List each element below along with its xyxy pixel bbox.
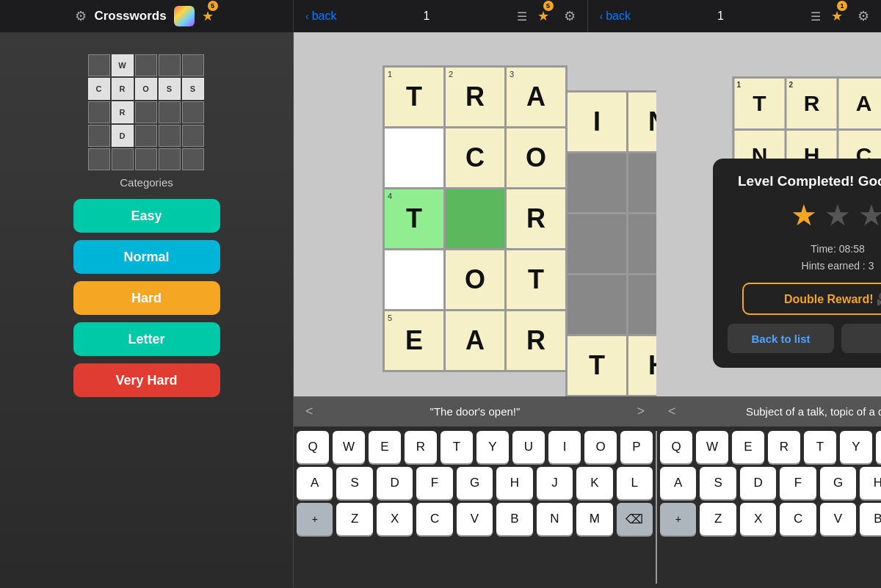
cw-cell[interactable]: R	[507, 189, 565, 248]
key-q[interactable]: Q	[297, 431, 329, 463]
cw-cell[interactable]: 1T	[385, 68, 443, 126]
chevron-left-icon-2: ‹	[600, 10, 603, 22]
key-r-t[interactable]: T	[804, 431, 836, 463]
key-z[interactable]: Z	[336, 503, 372, 535]
cw-cell[interactable]: O	[446, 250, 504, 309]
key-c[interactable]: C	[416, 503, 452, 535]
key-g[interactable]: G	[457, 467, 493, 499]
key-o[interactable]: O	[584, 431, 617, 463]
key-l[interactable]: L	[617, 467, 653, 499]
right-icons: ☰ ★1 ⚙	[811, 8, 869, 24]
star-2: ★	[824, 198, 851, 232]
star-icon[interactable]: ★5	[202, 8, 218, 24]
back-to-list-button[interactable]: Back to list	[728, 324, 834, 353]
right-keyboard: Q W E R T Y U I O P A S D F G H	[657, 427, 881, 588]
key-i[interactable]: I	[548, 431, 581, 463]
mini-cell[interactable]: 2R	[787, 79, 837, 128]
mid-back-button[interactable]: ‹ back	[305, 10, 336, 23]
cw-cell[interactable]: C	[446, 128, 504, 187]
mid-star-icon[interactable]: ★5	[537, 8, 554, 24]
prev-clue-button[interactable]: <	[305, 404, 313, 419]
cw-cell[interactable]	[446, 189, 504, 248]
cw-cell[interactable]: T	[507, 250, 565, 309]
key-r-g[interactable]: G	[820, 467, 856, 499]
key-r-r[interactable]: R	[768, 431, 800, 463]
key-delete[interactable]: ⌫	[617, 503, 653, 535]
cw-cell[interactable]: I	[568, 92, 626, 151]
key-d[interactable]: D	[377, 467, 413, 499]
key-r-v[interactable]: V	[820, 503, 856, 535]
key-u[interactable]: U	[512, 431, 545, 463]
key-h[interactable]: H	[496, 467, 532, 499]
key-r-plus[interactable]: +	[660, 503, 696, 535]
key-e[interactable]: E	[369, 431, 401, 463]
logo-cell	[182, 101, 204, 123]
cw-cell[interactable]: T	[568, 336, 626, 395]
right-star-icon[interactable]: ★1	[831, 8, 847, 24]
key-j[interactable]: J	[537, 467, 573, 499]
key-r-d[interactable]: D	[740, 467, 776, 499]
normal-button[interactable]: Normal	[73, 240, 220, 274]
logo-cell	[88, 148, 110, 170]
key-v[interactable]: V	[457, 503, 493, 535]
easy-button[interactable]: Easy	[73, 199, 220, 233]
key-r-x[interactable]: X	[740, 503, 776, 535]
key-r-e[interactable]: E	[732, 431, 764, 463]
cw-cell[interactable]: O	[507, 128, 565, 187]
key-r-a[interactable]: A	[660, 467, 696, 499]
right-clue-bar: < Subject of a talk, topic of a discussi…	[656, 396, 881, 427]
key-r-y[interactable]: Y	[840, 431, 872, 463]
cw-cell[interactable]: 3A	[507, 68, 565, 126]
key-n[interactable]: N	[537, 503, 573, 535]
key-x[interactable]: X	[377, 503, 413, 535]
key-s[interactable]: S	[336, 467, 372, 499]
key-w[interactable]: W	[333, 431, 365, 463]
key-f[interactable]: F	[416, 467, 452, 499]
key-t[interactable]: T	[440, 431, 473, 463]
mini-cell[interactable]: 1T	[735, 79, 785, 128]
right-back-button[interactable]: ‹ back	[600, 10, 631, 23]
cw-cell[interactable]	[385, 128, 443, 187]
cw-cell[interactable]	[385, 250, 443, 309]
next-button[interactable]: Next	[841, 324, 881, 353]
key-plus[interactable]: +	[297, 503, 333, 535]
next-clue-button[interactable]: >	[637, 404, 645, 419]
right-prev-clue[interactable]: <	[668, 404, 676, 419]
key-y[interactable]: Y	[476, 431, 509, 463]
cw-cell[interactable]: 5E	[385, 311, 443, 370]
key-r-b[interactable]: B	[860, 503, 881, 535]
right-gear-icon[interactable]: ⚙	[858, 8, 869, 24]
key-r-h[interactable]: H	[860, 467, 881, 499]
cw-cell[interactable]: R	[507, 311, 565, 370]
logo-cell: S	[182, 78, 204, 100]
mid-gear-icon[interactable]: ⚙	[564, 8, 576, 24]
key-p[interactable]: P	[620, 431, 653, 463]
hard-button[interactable]: Hard	[73, 281, 220, 315]
double-reward-button[interactable]: Double Reward! 🎥	[742, 283, 881, 315]
key-k[interactable]: K	[576, 467, 612, 499]
logo-cell	[135, 125, 157, 147]
cw-cell[interactable]: A	[446, 311, 504, 370]
key-r-q[interactable]: Q	[660, 431, 692, 463]
key-r-f[interactable]: F	[780, 467, 816, 499]
key-a[interactable]: A	[297, 467, 333, 499]
cw-cell[interactable]: 4T	[385, 189, 443, 248]
settings-icon[interactable]: ⚙	[75, 8, 87, 24]
logo-cell	[182, 148, 204, 170]
right-header: ‹ back 1 ☰ ★1 ⚙	[588, 0, 882, 32]
right-list-icon[interactable]: ☰	[811, 10, 821, 23]
key-r-z[interactable]: Z	[700, 503, 736, 535]
letter-button[interactable]: Letter	[73, 322, 220, 356]
veryhard-button[interactable]: Very Hard	[73, 363, 220, 397]
cw-cell[interactable]: 2R	[446, 68, 504, 126]
key-r-u[interactable]: U	[876, 431, 881, 463]
key-r-w[interactable]: W	[696, 431, 728, 463]
list-icon[interactable]: ☰	[517, 10, 527, 23]
right-count: 1	[717, 10, 724, 23]
key-r-c[interactable]: C	[780, 503, 816, 535]
key-m[interactable]: M	[576, 503, 612, 535]
mini-cell[interactable]: A	[839, 79, 882, 128]
key-r-s[interactable]: S	[700, 467, 736, 499]
key-r[interactable]: R	[405, 431, 437, 463]
key-b[interactable]: B	[496, 503, 532, 535]
